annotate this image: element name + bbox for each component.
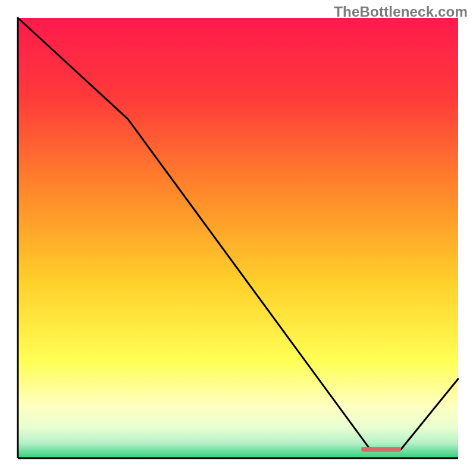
highlight-band — [361, 447, 401, 452]
plot-background — [18, 18, 458, 458]
watermark-text: TheBottleneck.com — [334, 4, 468, 20]
chart-container: TheBottleneck.com — [0, 0, 476, 476]
bottleneck-chart — [0, 0, 476, 476]
